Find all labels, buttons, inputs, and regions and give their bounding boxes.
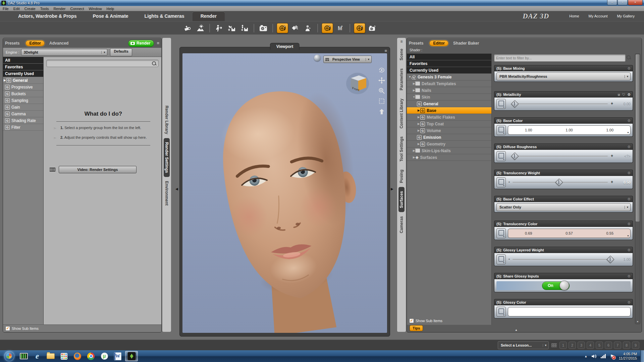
map-button[interactable]: [496, 254, 506, 264]
group-filter[interactable]: GFilter: [3, 124, 43, 131]
slider-value[interactable]: 0.00: [618, 102, 631, 106]
taskbar-daz-studio[interactable]: [125, 351, 138, 361]
show-desktop-button[interactable]: [640, 350, 644, 362]
expand-icon[interactable]: ▶: [417, 109, 420, 112]
taskbar-remote-app[interactable]: [18, 351, 30, 361]
chevron-down-icon[interactable]: ▼: [101, 51, 107, 54]
chevron-down-icon[interactable]: ▼: [627, 131, 629, 134]
show-sub-items-checkbox[interactable]: ✓: [5, 326, 10, 331]
link-my-gallery[interactable]: My Gallery: [617, 14, 635, 18]
viewport-render-area[interactable]: Perspective View ▼ Front: [182, 53, 387, 333]
tree-surfaces[interactable]: ▶ ◈ Surfaces: [407, 154, 491, 161]
tree-filter-favorites[interactable]: Favorites: [407, 60, 491, 67]
map-button[interactable]: [496, 307, 506, 317]
defaults-button[interactable]: Defaults: [110, 48, 132, 56]
gear-icon[interactable]: ⚙: [627, 93, 631, 97]
taskbar-word[interactable]: W: [112, 351, 124, 361]
render-camera-icon[interactable]: [258, 23, 269, 33]
dock-tab-render-settings[interactable]: Render Settings: [164, 138, 170, 177]
translucency-weight-slider[interactable]: - +: [509, 178, 616, 187]
diffuse-roughness-slider[interactable]: +: [509, 152, 616, 161]
translucency-color-swatch[interactable]: 0.690.570.55 ▼: [508, 229, 631, 238]
universal-manipulator-tool-icon[interactable]: [354, 23, 365, 33]
group-buckets[interactable]: GBuckets: [3, 90, 43, 97]
tree-emission[interactable]: G Emission: [407, 134, 491, 141]
dock-tab-cameras[interactable]: Cameras: [398, 212, 405, 237]
viewport-pane-menu-icon[interactable]: ≡: [384, 48, 387, 53]
chevron-down-icon[interactable]: ▼: [366, 58, 371, 61]
glossy-layered-weight-slider[interactable]: -: [509, 255, 616, 264]
collapse-left-arrow[interactable]: ◀: [175, 187, 178, 191]
render-search-input[interactable]: [47, 61, 152, 65]
menu-create[interactable]: Create: [24, 7, 36, 11]
group-progressive[interactable]: GProgressive: [3, 84, 43, 90]
search-icon[interactable]: [152, 61, 156, 66]
group-general[interactable]: ▶ G General: [3, 77, 43, 84]
map-button[interactable]: [496, 177, 506, 187]
aux-viewport-sphere-icon[interactable]: [314, 55, 321, 61]
expand-icon[interactable]: ▶: [412, 82, 416, 85]
gear-icon[interactable]: ⚙: [627, 171, 631, 175]
volume-icon[interactable]: [591, 354, 597, 358]
spotlight-create-icon[interactable]: [182, 23, 193, 33]
gear-icon[interactable]: ⚙: [627, 145, 631, 149]
group-sampling[interactable]: GSampling: [3, 97, 43, 104]
slider-value[interactable]: 0.50: [618, 180, 631, 184]
expand-icon[interactable]: ▶: [417, 129, 420, 132]
surface-selection-tool-icon[interactable]: [290, 23, 301, 33]
render-search-box[interactable]: [46, 60, 159, 67]
tab-editor[interactable]: Editor: [429, 40, 448, 46]
dock-menu-icon[interactable]: ≡: [400, 38, 402, 45]
filter-all[interactable]: All: [3, 57, 43, 64]
tree-volume[interactable]: ▶ G Volume: [407, 127, 491, 134]
menu-edit[interactable]: Edit: [13, 7, 20, 11]
tree-base[interactable]: ▶ G Base: [407, 107, 491, 114]
tab-actors-wardrobe-props[interactable]: Actors, Wardrobe & Props: [10, 11, 85, 21]
expand-icon[interactable]: ▶: [412, 156, 416, 159]
dock-tab-surfaces[interactable]: Surfaces: [398, 187, 405, 212]
lesson-page-9[interactable]: 9: [632, 342, 639, 349]
tree-nails[interactable]: ▶ Nails: [407, 87, 491, 94]
dock-tab-content-library[interactable]: Content Library: [398, 95, 405, 132]
lesson-select[interactable]: Select a Lesson... ▼: [498, 341, 549, 349]
dock-tab-posing[interactable]: Posing: [398, 166, 405, 187]
scrollbar-thumb[interactable]: [636, 54, 640, 222]
measure-tool-icon[interactable]: M: [335, 23, 346, 33]
viewport-orbit-tool-icon[interactable]: [277, 23, 288, 33]
lesson-page-5[interactable]: 5: [596, 342, 603, 349]
lesson-page-7[interactable]: 7: [614, 342, 621, 349]
tray-expand-icon[interactable]: ▲: [584, 355, 587, 358]
lesson-page-8[interactable]: 8: [623, 342, 630, 349]
nudge-down[interactable]: -: [508, 180, 510, 184]
tab-pose-animate[interactable]: Pose & Animate: [85, 11, 137, 21]
glossy-color-swatch[interactable]: [508, 307, 631, 316]
viewport-title[interactable]: Viewport: [270, 43, 300, 50]
slider-value[interactable]: 1.00: [618, 257, 631, 261]
lesson-page-6[interactable]: 6: [605, 342, 612, 349]
camera-tool-icon[interactable]: [367, 23, 378, 33]
nudge-up[interactable]: +: [611, 180, 613, 184]
video-render-settings-button[interactable]: Video: Render Settings: [59, 166, 137, 173]
collapse-right-arrow[interactable]: ▶: [391, 187, 393, 191]
lesson-page-1[interactable]: 1: [559, 342, 567, 349]
pan-icon[interactable]: [378, 76, 386, 84]
tab-presets[interactable]: Presets: [5, 41, 19, 46]
link-icon[interactable]: ʊ: [618, 93, 620, 97]
taskbar-internet-explorer[interactable]: e: [31, 351, 43, 361]
link-home[interactable]: Home: [569, 14, 579, 18]
filter-currently-used[interactable]: Currently Used: [3, 70, 43, 77]
gear-icon[interactable]: ⚙: [627, 300, 631, 305]
metallicity-slider[interactable]: +: [509, 99, 616, 109]
gear-icon[interactable]: ⚙: [627, 119, 631, 123]
link-my-account[interactable]: My Account: [589, 14, 608, 18]
sun-terrain-icon[interactable]: [195, 23, 206, 33]
expand-icon[interactable]: ▼: [408, 75, 412, 78]
taskbar-clock[interactable]: 4:05 PM 11/27/2015: [619, 352, 637, 361]
taskbar-file-explorer[interactable]: [45, 351, 57, 361]
rotate-tool-icon[interactable]: [322, 23, 333, 33]
map-button[interactable]: [496, 228, 506, 238]
orbit-icon[interactable]: [378, 66, 386, 74]
engine-select[interactable]: 3Delight ▼: [21, 49, 107, 56]
minimize-button[interactable]: –: [607, 0, 617, 5]
view-cube[interactable]: Front: [345, 69, 370, 96]
